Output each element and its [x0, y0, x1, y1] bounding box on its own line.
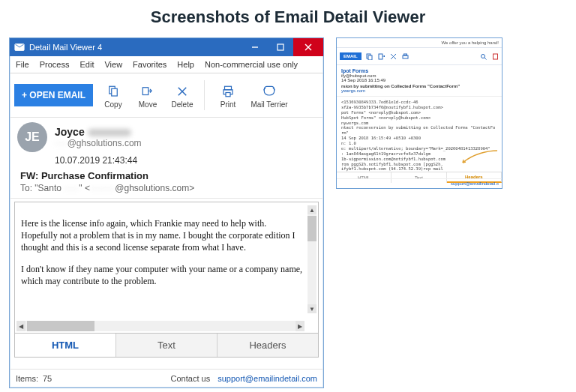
screenshot-canvas: Detail Mail Viewer 4 File Process Edit V… [0, 37, 576, 392]
svg-line-22 [484, 58, 487, 60]
ribbon-tab-email[interactable]: EMAIL [340, 52, 362, 60]
svg-rect-23 [493, 54, 497, 59]
menu-process[interactable]: Process [40, 60, 70, 69]
r-helper-text: We offer you a helping hand! [442, 40, 500, 45]
message-body: Here is the license info again, which Fr… [15, 202, 318, 319]
toolbar-group-tools: Print Mail Terrier [214, 82, 290, 109]
close-button[interactable] [293, 38, 323, 56]
svg-rect-16 [379, 54, 382, 59]
body-view-tabs: HTML Text Headers [14, 333, 319, 358]
body-paragraph: I don't know if they name your computer … [21, 263, 304, 287]
copy-icon[interactable] [366, 52, 374, 60]
svg-rect-8 [142, 87, 148, 94]
menu-view[interactable]: View [104, 60, 122, 69]
svg-rect-7 [112, 88, 118, 96]
menu-edit[interactable]: Edit [80, 60, 94, 69]
svg-rect-11 [225, 86, 232, 90]
pdf-icon[interactable] [491, 52, 499, 60]
sender-avatar: JE [17, 122, 47, 152]
open-email-button[interactable]: + OPEN EMAIL [14, 84, 93, 106]
toolbar-move[interactable]: Move [134, 82, 162, 109]
vertical-scrollbar[interactable]: ▲ ▼ [308, 205, 316, 313]
message-header: JE Joyce ·····@ghsolutions.com 10.07.201… [10, 118, 323, 199]
page-heading: Screenshots of Email Detail Viewer [0, 7, 576, 27]
tab-html[interactable]: HTML [15, 333, 116, 357]
message-to: To: "Santo ······" <··········@ghsolutio… [20, 183, 316, 193]
copy-icon [106, 82, 120, 100]
window-detail-mail-viewer: Detail Mail Viewer 4 File Process Edit V… [9, 37, 324, 388]
toolbar-separator [204, 80, 205, 110]
horizontal-scrollbar[interactable]: ◀ ▶ [16, 321, 304, 331]
toolbar-delete[interactable]: Delete [168, 82, 196, 109]
menu-license-note: Non-commercial use only [205, 60, 298, 69]
sender-name: Joyce [55, 126, 142, 138]
delete-icon [176, 82, 189, 100]
body-paragraph: Here is the license info again, which Fr… [21, 217, 304, 254]
toolbar: + OPEN EMAIL Copy Move Delete [10, 73, 323, 118]
toolbar-move-label: Move [139, 100, 157, 109]
annotation-arrow [458, 149, 500, 166]
r-ribbon: EMAIL [337, 48, 502, 65]
menu-help[interactable]: Help [177, 60, 194, 69]
status-items-label: Items: [16, 374, 38, 383]
status-support-link[interactable]: support@emailindetail.com [218, 374, 317, 383]
toolbar-mail-terrier[interactable]: Mail Terrier [248, 82, 290, 109]
message-date: 10.07.2019 21:43:44 [55, 155, 316, 166]
window-controls [242, 38, 323, 56]
status-bar: Items: 75 Contact us support@emailindeta… [10, 369, 323, 388]
titlebar: Detail Mail Viewer 4 [10, 38, 323, 56]
toolbar-delete-label: Delete [172, 100, 194, 109]
r-site-link[interactable]: ywergs.com [341, 88, 497, 93]
menu-favorites[interactable]: Favorites [133, 60, 166, 69]
scroll-right-arrow-icon[interactable]: ▶ [296, 321, 304, 331]
status-items-value: 75 [43, 374, 52, 383]
scroll-up-arrow-icon[interactable]: ▲ [308, 205, 316, 214]
r-date: 14 Sep 2018 16:15:49 [341, 78, 497, 82]
app-icon [14, 42, 25, 52]
search-icon[interactable] [479, 52, 487, 60]
svg-rect-15 [368, 55, 372, 60]
toolbar-print-label: Print [220, 100, 236, 109]
toolbar-copy[interactable]: Copy [99, 82, 128, 109]
toolbar-mail-terrier-label: Mail Terrier [250, 100, 287, 109]
maximize-button[interactable] [268, 38, 293, 56]
move-icon[interactable] [378, 52, 386, 60]
tab-headers[interactable]: Headers [218, 333, 318, 357]
tab-text[interactable]: Text [116, 333, 218, 357]
toolbar-copy-label: Copy [104, 100, 122, 109]
print-icon [221, 82, 235, 100]
r-status-bar: support@emailindetail.c [337, 178, 502, 188]
svg-rect-3 [278, 44, 284, 50]
move-icon [141, 82, 154, 100]
svg-point-21 [481, 54, 484, 58]
toolbar-print[interactable]: Print [214, 82, 242, 109]
r-sender-name: Ipot Forms [341, 68, 497, 73]
r-message-header: Ipot Forms ify@hubspot.com 14 Sep 2018 1… [337, 65, 502, 97]
delete-icon[interactable] [390, 52, 398, 60]
r-support-link[interactable]: support@emailindetail.c [451, 181, 499, 186]
toolbar-group-file: Copy Move Delete [99, 82, 196, 109]
dog-icon [262, 82, 277, 100]
window-title: Detail Mail Viewer 4 [29, 43, 102, 52]
minimize-button[interactable] [242, 38, 268, 56]
message-subject: FW: Purchase Confirmation [20, 170, 316, 181]
vertical-scroll-thumb[interactable] [308, 216, 316, 241]
print-icon[interactable] [402, 52, 410, 60]
message-body-panel: Here is the license info again, which Fr… [14, 202, 319, 334]
r-titlebar: We offer you a helping hand! [337, 38, 502, 48]
svg-rect-19 [403, 55, 408, 58]
horizontal-scroll-thumb[interactable] [27, 321, 94, 331]
svg-rect-20 [404, 54, 407, 55]
svg-rect-13 [226, 92, 230, 96]
menu-file[interactable]: File [16, 60, 29, 69]
status-contact-label: Contact us [171, 374, 211, 383]
window-headers-preview: We offer you a helping hand! EMAIL Ipot … [336, 37, 502, 189]
scroll-left-arrow-icon[interactable]: ◀ [16, 321, 26, 331]
sender-name-masked [88, 129, 131, 136]
sender-email: ·····@ghsolutions.com [55, 138, 142, 148]
scroll-down-arrow-icon[interactable]: ▼ [308, 304, 316, 313]
menubar: File Process Edit View Favorites Help No… [10, 56, 323, 73]
